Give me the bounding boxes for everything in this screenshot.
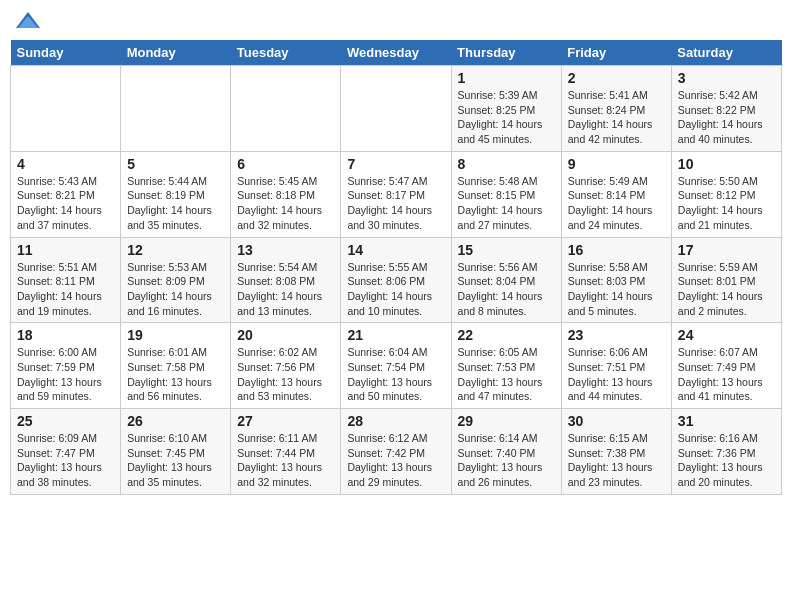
calendar-cell: 13Sunrise: 5:54 AM Sunset: 8:08 PM Dayli… xyxy=(231,237,341,323)
weekday-sunday: Sunday xyxy=(11,40,121,66)
calendar-cell: 9Sunrise: 5:49 AM Sunset: 8:14 PM Daylig… xyxy=(561,151,671,237)
day-number: 28 xyxy=(347,413,444,429)
weekday-friday: Friday xyxy=(561,40,671,66)
day-info: Sunrise: 5:45 AM Sunset: 8:18 PM Dayligh… xyxy=(237,174,334,233)
day-info: Sunrise: 6:12 AM Sunset: 7:42 PM Dayligh… xyxy=(347,431,444,490)
day-info: Sunrise: 5:58 AM Sunset: 8:03 PM Dayligh… xyxy=(568,260,665,319)
calendar-cell: 21Sunrise: 6:04 AM Sunset: 7:54 PM Dayli… xyxy=(341,323,451,409)
calendar-cell: 31Sunrise: 6:16 AM Sunset: 7:36 PM Dayli… xyxy=(671,409,781,495)
day-number: 5 xyxy=(127,156,224,172)
day-number: 3 xyxy=(678,70,775,86)
calendar-cell: 6Sunrise: 5:45 AM Sunset: 8:18 PM Daylig… xyxy=(231,151,341,237)
day-number: 2 xyxy=(568,70,665,86)
day-info: Sunrise: 6:10 AM Sunset: 7:45 PM Dayligh… xyxy=(127,431,224,490)
day-info: Sunrise: 5:41 AM Sunset: 8:24 PM Dayligh… xyxy=(568,88,665,147)
day-info: Sunrise: 5:43 AM Sunset: 8:21 PM Dayligh… xyxy=(17,174,114,233)
calendar-cell: 12Sunrise: 5:53 AM Sunset: 8:09 PM Dayli… xyxy=(121,237,231,323)
day-info: Sunrise: 6:09 AM Sunset: 7:47 PM Dayligh… xyxy=(17,431,114,490)
day-number: 25 xyxy=(17,413,114,429)
day-number: 29 xyxy=(458,413,555,429)
calendar-cell: 4Sunrise: 5:43 AM Sunset: 8:21 PM Daylig… xyxy=(11,151,121,237)
calendar-cell: 22Sunrise: 6:05 AM Sunset: 7:53 PM Dayli… xyxy=(451,323,561,409)
calendar-cell: 11Sunrise: 5:51 AM Sunset: 8:11 PM Dayli… xyxy=(11,237,121,323)
day-info: Sunrise: 5:49 AM Sunset: 8:14 PM Dayligh… xyxy=(568,174,665,233)
day-number: 30 xyxy=(568,413,665,429)
day-number: 24 xyxy=(678,327,775,343)
calendar-cell: 30Sunrise: 6:15 AM Sunset: 7:38 PM Dayli… xyxy=(561,409,671,495)
day-info: Sunrise: 6:05 AM Sunset: 7:53 PM Dayligh… xyxy=(458,345,555,404)
week-row-5: 25Sunrise: 6:09 AM Sunset: 7:47 PM Dayli… xyxy=(11,409,782,495)
day-number: 17 xyxy=(678,242,775,258)
calendar-cell: 14Sunrise: 5:55 AM Sunset: 8:06 PM Dayli… xyxy=(341,237,451,323)
calendar-cell xyxy=(11,66,121,152)
calendar-cell xyxy=(341,66,451,152)
day-info: Sunrise: 5:50 AM Sunset: 8:12 PM Dayligh… xyxy=(678,174,775,233)
page-header xyxy=(10,10,782,32)
day-number: 27 xyxy=(237,413,334,429)
weekday-header-row: SundayMondayTuesdayWednesdayThursdayFrid… xyxy=(11,40,782,66)
calendar-table: SundayMondayTuesdayWednesdayThursdayFrid… xyxy=(10,40,782,495)
calendar-cell: 19Sunrise: 6:01 AM Sunset: 7:58 PM Dayli… xyxy=(121,323,231,409)
day-info: Sunrise: 6:04 AM Sunset: 7:54 PM Dayligh… xyxy=(347,345,444,404)
calendar-cell: 17Sunrise: 5:59 AM Sunset: 8:01 PM Dayli… xyxy=(671,237,781,323)
day-info: Sunrise: 5:51 AM Sunset: 8:11 PM Dayligh… xyxy=(17,260,114,319)
day-number: 21 xyxy=(347,327,444,343)
day-info: Sunrise: 5:56 AM Sunset: 8:04 PM Dayligh… xyxy=(458,260,555,319)
day-info: Sunrise: 5:47 AM Sunset: 8:17 PM Dayligh… xyxy=(347,174,444,233)
day-info: Sunrise: 6:16 AM Sunset: 7:36 PM Dayligh… xyxy=(678,431,775,490)
day-number: 1 xyxy=(458,70,555,86)
day-number: 13 xyxy=(237,242,334,258)
weekday-wednesday: Wednesday xyxy=(341,40,451,66)
calendar-cell: 2Sunrise: 5:41 AM Sunset: 8:24 PM Daylig… xyxy=(561,66,671,152)
calendar-cell: 29Sunrise: 6:14 AM Sunset: 7:40 PM Dayli… xyxy=(451,409,561,495)
day-info: Sunrise: 5:53 AM Sunset: 8:09 PM Dayligh… xyxy=(127,260,224,319)
week-row-1: 1Sunrise: 5:39 AM Sunset: 8:25 PM Daylig… xyxy=(11,66,782,152)
calendar-cell: 28Sunrise: 6:12 AM Sunset: 7:42 PM Dayli… xyxy=(341,409,451,495)
weekday-thursday: Thursday xyxy=(451,40,561,66)
day-number: 20 xyxy=(237,327,334,343)
week-row-3: 11Sunrise: 5:51 AM Sunset: 8:11 PM Dayli… xyxy=(11,237,782,323)
calendar-cell: 8Sunrise: 5:48 AM Sunset: 8:15 PM Daylig… xyxy=(451,151,561,237)
calendar-cell xyxy=(231,66,341,152)
day-info: Sunrise: 6:02 AM Sunset: 7:56 PM Dayligh… xyxy=(237,345,334,404)
day-number: 31 xyxy=(678,413,775,429)
day-info: Sunrise: 5:44 AM Sunset: 8:19 PM Dayligh… xyxy=(127,174,224,233)
day-info: Sunrise: 6:14 AM Sunset: 7:40 PM Dayligh… xyxy=(458,431,555,490)
day-info: Sunrise: 5:55 AM Sunset: 8:06 PM Dayligh… xyxy=(347,260,444,319)
day-number: 15 xyxy=(458,242,555,258)
calendar-cell: 20Sunrise: 6:02 AM Sunset: 7:56 PM Dayli… xyxy=(231,323,341,409)
calendar-cell: 18Sunrise: 6:00 AM Sunset: 7:59 PM Dayli… xyxy=(11,323,121,409)
weekday-saturday: Saturday xyxy=(671,40,781,66)
calendar-cell: 1Sunrise: 5:39 AM Sunset: 8:25 PM Daylig… xyxy=(451,66,561,152)
day-info: Sunrise: 6:15 AM Sunset: 7:38 PM Dayligh… xyxy=(568,431,665,490)
day-number: 7 xyxy=(347,156,444,172)
day-number: 4 xyxy=(17,156,114,172)
calendar-cell: 16Sunrise: 5:58 AM Sunset: 8:03 PM Dayli… xyxy=(561,237,671,323)
weekday-monday: Monday xyxy=(121,40,231,66)
calendar-cell: 26Sunrise: 6:10 AM Sunset: 7:45 PM Dayli… xyxy=(121,409,231,495)
day-number: 14 xyxy=(347,242,444,258)
day-number: 16 xyxy=(568,242,665,258)
day-number: 12 xyxy=(127,242,224,258)
day-number: 19 xyxy=(127,327,224,343)
day-info: Sunrise: 5:39 AM Sunset: 8:25 PM Dayligh… xyxy=(458,88,555,147)
calendar-cell: 23Sunrise: 6:06 AM Sunset: 7:51 PM Dayli… xyxy=(561,323,671,409)
calendar-cell: 5Sunrise: 5:44 AM Sunset: 8:19 PM Daylig… xyxy=(121,151,231,237)
calendar-cell: 24Sunrise: 6:07 AM Sunset: 7:49 PM Dayli… xyxy=(671,323,781,409)
day-info: Sunrise: 5:42 AM Sunset: 8:22 PM Dayligh… xyxy=(678,88,775,147)
day-number: 11 xyxy=(17,242,114,258)
day-info: Sunrise: 6:07 AM Sunset: 7:49 PM Dayligh… xyxy=(678,345,775,404)
day-info: Sunrise: 5:54 AM Sunset: 8:08 PM Dayligh… xyxy=(237,260,334,319)
calendar-cell xyxy=(121,66,231,152)
week-row-4: 18Sunrise: 6:00 AM Sunset: 7:59 PM Dayli… xyxy=(11,323,782,409)
calendar-cell: 10Sunrise: 5:50 AM Sunset: 8:12 PM Dayli… xyxy=(671,151,781,237)
logo xyxy=(14,10,46,32)
day-number: 9 xyxy=(568,156,665,172)
day-number: 22 xyxy=(458,327,555,343)
calendar-cell: 25Sunrise: 6:09 AM Sunset: 7:47 PM Dayli… xyxy=(11,409,121,495)
day-info: Sunrise: 5:48 AM Sunset: 8:15 PM Dayligh… xyxy=(458,174,555,233)
day-number: 10 xyxy=(678,156,775,172)
day-info: Sunrise: 6:11 AM Sunset: 7:44 PM Dayligh… xyxy=(237,431,334,490)
day-info: Sunrise: 6:00 AM Sunset: 7:59 PM Dayligh… xyxy=(17,345,114,404)
logo-icon xyxy=(14,10,42,32)
